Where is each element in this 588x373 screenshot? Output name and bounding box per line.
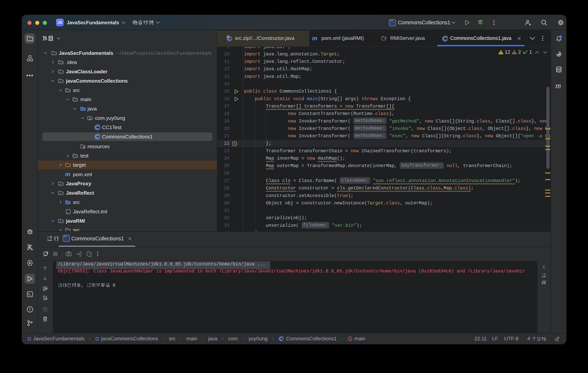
svg-text:5: 5 (234, 142, 235, 146)
svg-text:m: m (349, 337, 351, 340)
